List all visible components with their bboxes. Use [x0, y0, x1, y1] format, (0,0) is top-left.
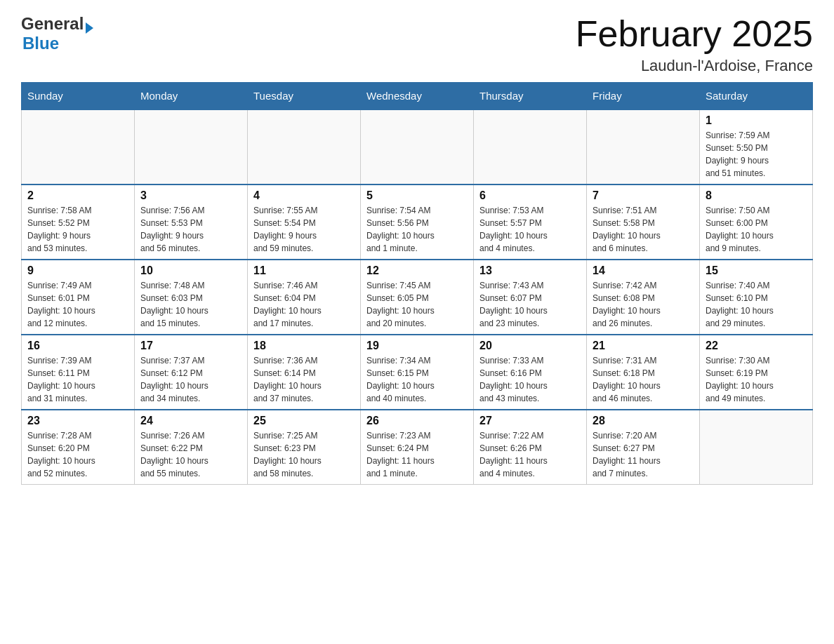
day-info: Sunrise: 7:56 AMSunset: 5:53 PMDaylight:…: [140, 204, 241, 255]
day-number: 12: [366, 264, 468, 277]
calendar-day-cell: [700, 410, 813, 485]
calendar-day-cell: 18Sunrise: 7:36 AMSunset: 6:14 PMDayligh…: [248, 335, 361, 410]
calendar-location: Laudun-l'Ardoise, France: [576, 57, 813, 75]
day-info: Sunrise: 7:55 AMSunset: 5:54 PMDaylight:…: [253, 204, 355, 255]
day-number: 22: [706, 340, 807, 352]
day-info: Sunrise: 7:58 AMSunset: 5:52 PMDaylight:…: [27, 204, 128, 255]
header-sunday: Sunday: [22, 83, 135, 110]
calendar-day-cell: 8Sunrise: 7:50 AMSunset: 6:00 PMDaylight…: [700, 185, 813, 260]
calendar-day-cell: 27Sunrise: 7:22 AMSunset: 6:26 PMDayligh…: [474, 410, 587, 485]
day-number: 19: [366, 340, 468, 352]
day-number: 27: [479, 415, 581, 427]
logo: General Blue: [21, 14, 93, 53]
calendar-day-cell: 10Sunrise: 7:48 AMSunset: 6:03 PMDayligh…: [135, 260, 248, 335]
calendar-day-cell: 1Sunrise: 7:59 AMSunset: 5:50 PMDaylight…: [700, 109, 813, 185]
day-info: Sunrise: 7:43 AMSunset: 6:07 PMDaylight:…: [479, 279, 581, 330]
day-number: 4: [253, 189, 355, 202]
day-number: 23: [27, 415, 128, 427]
day-info: Sunrise: 7:42 AMSunset: 6:08 PMDaylight:…: [593, 279, 694, 330]
day-number: 14: [593, 264, 694, 277]
header-wednesday: Wednesday: [361, 83, 474, 110]
header-monday: Monday: [135, 83, 248, 110]
day-number: 5: [366, 189, 468, 202]
day-number: 3: [140, 189, 241, 202]
calendar-day-cell: [248, 109, 361, 185]
day-number: 20: [479, 340, 581, 352]
day-info: Sunrise: 7:39 AMSunset: 6:11 PMDaylight:…: [27, 354, 128, 405]
day-info: Sunrise: 7:28 AMSunset: 6:20 PMDaylight:…: [27, 429, 128, 480]
calendar-day-cell: 19Sunrise: 7:34 AMSunset: 6:15 PMDayligh…: [361, 335, 474, 410]
calendar-day-cell: [587, 109, 700, 185]
calendar-day-cell: 12Sunrise: 7:45 AMSunset: 6:05 PMDayligh…: [361, 260, 474, 335]
calendar-day-cell: 5Sunrise: 7:54 AMSunset: 5:56 PMDaylight…: [361, 185, 474, 260]
calendar-day-cell: 26Sunrise: 7:23 AMSunset: 6:24 PMDayligh…: [361, 410, 474, 485]
day-info: Sunrise: 7:37 AMSunset: 6:12 PMDaylight:…: [140, 354, 241, 405]
calendar-day-cell: [474, 109, 587, 185]
day-number: 17: [140, 340, 241, 352]
day-number: 16: [27, 340, 128, 352]
day-number: 13: [479, 264, 581, 277]
calendar-day-cell: 4Sunrise: 7:55 AMSunset: 5:54 PMDaylight…: [248, 185, 361, 260]
weekday-header-row: Sunday Monday Tuesday Wednesday Thursday…: [22, 83, 813, 110]
day-info: Sunrise: 7:25 AMSunset: 6:23 PMDaylight:…: [253, 429, 355, 480]
calendar-title-block: February 2025 Laudun-l'Ardoise, France: [576, 14, 813, 75]
calendar-week-row: 1Sunrise: 7:59 AMSunset: 5:50 PMDaylight…: [22, 109, 813, 185]
day-info: Sunrise: 7:48 AMSunset: 6:03 PMDaylight:…: [140, 279, 241, 330]
day-number: 15: [706, 264, 807, 277]
day-number: 8: [706, 189, 807, 202]
day-number: 7: [593, 189, 694, 202]
day-number: 11: [253, 264, 355, 277]
day-info: Sunrise: 7:30 AMSunset: 6:19 PMDaylight:…: [706, 354, 807, 405]
day-number: 21: [593, 340, 694, 352]
day-info: Sunrise: 7:59 AMSunset: 5:50 PMDaylight:…: [706, 129, 807, 180]
calendar-day-cell: [135, 109, 248, 185]
logo-triangle-icon: [86, 22, 93, 34]
calendar-table: Sunday Monday Tuesday Wednesday Thursday…: [21, 82, 813, 485]
day-number: 26: [366, 415, 468, 427]
calendar-day-cell: 3Sunrise: 7:56 AMSunset: 5:53 PMDaylight…: [135, 185, 248, 260]
calendar-day-cell: 11Sunrise: 7:46 AMSunset: 6:04 PMDayligh…: [248, 260, 361, 335]
day-info: Sunrise: 7:51 AMSunset: 5:58 PMDaylight:…: [593, 204, 694, 255]
calendar-week-row: 2Sunrise: 7:58 AMSunset: 5:52 PMDaylight…: [22, 185, 813, 260]
day-number: 2: [27, 189, 128, 202]
calendar-day-cell: 24Sunrise: 7:26 AMSunset: 6:22 PMDayligh…: [135, 410, 248, 485]
calendar-month-year: February 2025: [576, 14, 813, 54]
logo-general-text: General: [21, 14, 84, 34]
header-saturday: Saturday: [700, 83, 813, 110]
header-thursday: Thursday: [474, 83, 587, 110]
page-header: General Blue February 2025 Laudun-l'Ardo…: [21, 14, 813, 75]
day-info: Sunrise: 7:26 AMSunset: 6:22 PMDaylight:…: [140, 429, 241, 480]
calendar-day-cell: 22Sunrise: 7:30 AMSunset: 6:19 PMDayligh…: [700, 335, 813, 410]
day-info: Sunrise: 7:54 AMSunset: 5:56 PMDaylight:…: [366, 204, 468, 255]
calendar-day-cell: [361, 109, 474, 185]
day-number: 1: [706, 114, 807, 127]
day-info: Sunrise: 7:36 AMSunset: 6:14 PMDaylight:…: [253, 354, 355, 405]
day-info: Sunrise: 7:31 AMSunset: 6:18 PMDaylight:…: [593, 354, 694, 405]
header-tuesday: Tuesday: [248, 83, 361, 110]
day-info: Sunrise: 7:50 AMSunset: 6:00 PMDaylight:…: [706, 204, 807, 255]
calendar-day-cell: 25Sunrise: 7:25 AMSunset: 6:23 PMDayligh…: [248, 410, 361, 485]
calendar-week-row: 23Sunrise: 7:28 AMSunset: 6:20 PMDayligh…: [22, 410, 813, 485]
calendar-day-cell: 17Sunrise: 7:37 AMSunset: 6:12 PMDayligh…: [135, 335, 248, 410]
header-friday: Friday: [587, 83, 700, 110]
day-number: 10: [140, 264, 241, 277]
calendar-day-cell: 16Sunrise: 7:39 AMSunset: 6:11 PMDayligh…: [22, 335, 135, 410]
calendar-day-cell: 23Sunrise: 7:28 AMSunset: 6:20 PMDayligh…: [22, 410, 135, 485]
calendar-day-cell: 2Sunrise: 7:58 AMSunset: 5:52 PMDaylight…: [22, 185, 135, 260]
calendar-week-row: 16Sunrise: 7:39 AMSunset: 6:11 PMDayligh…: [22, 335, 813, 410]
day-number: 9: [27, 264, 128, 277]
day-info: Sunrise: 7:53 AMSunset: 5:57 PMDaylight:…: [479, 204, 581, 255]
day-number: 24: [140, 415, 241, 427]
calendar-day-cell: 28Sunrise: 7:20 AMSunset: 6:27 PMDayligh…: [587, 410, 700, 485]
day-info: Sunrise: 7:40 AMSunset: 6:10 PMDaylight:…: [706, 279, 807, 330]
day-info: Sunrise: 7:49 AMSunset: 6:01 PMDaylight:…: [27, 279, 128, 330]
day-info: Sunrise: 7:34 AMSunset: 6:15 PMDaylight:…: [366, 354, 468, 405]
day-info: Sunrise: 7:33 AMSunset: 6:16 PMDaylight:…: [479, 354, 581, 405]
day-info: Sunrise: 7:22 AMSunset: 6:26 PMDaylight:…: [479, 429, 581, 480]
day-number: 18: [253, 340, 355, 352]
day-info: Sunrise: 7:46 AMSunset: 6:04 PMDaylight:…: [253, 279, 355, 330]
calendar-week-row: 9Sunrise: 7:49 AMSunset: 6:01 PMDaylight…: [22, 260, 813, 335]
day-number: 25: [253, 415, 355, 427]
calendar-day-cell: 21Sunrise: 7:31 AMSunset: 6:18 PMDayligh…: [587, 335, 700, 410]
calendar-day-cell: [22, 109, 135, 185]
